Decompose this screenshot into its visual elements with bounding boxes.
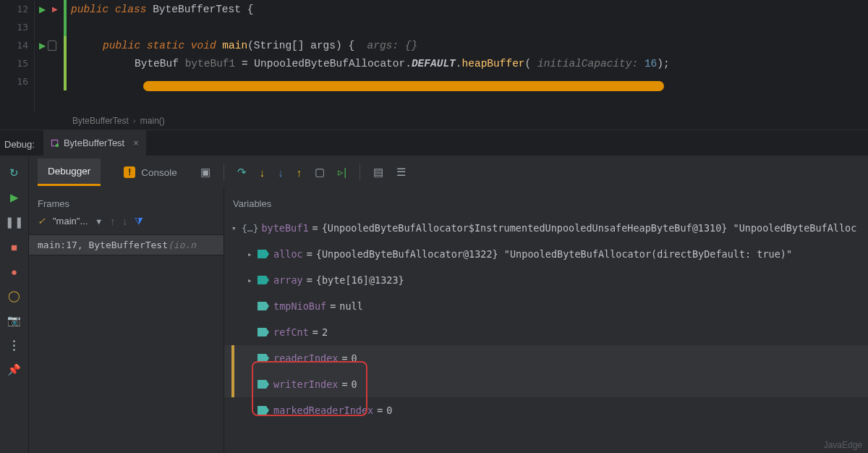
breadcrumb-item[interactable]: main() [140,116,165,126]
field-icon [258,250,269,258]
watermark-text: JavaEdge [824,440,862,450]
rerun-icon[interactable]: ↻ [8,166,21,179]
pause-icon[interactable]: ❚❚ [8,216,21,229]
debug-session-tab[interactable]: ByteBufferTest × [43,130,146,156]
layout-settings-icon[interactable]: ▣ [200,166,210,179]
variable-row[interactable]: ▸ array={byte[16]@1323} [224,267,868,293]
line-number-gutter: 12 13 14 15 16 [0,0,35,112]
breadcrumb[interactable]: ByteBufferTest › main() [0,112,868,130]
close-tab-icon[interactable]: × [133,137,139,148]
run-to-cursor-icon[interactable]: ▹| [338,166,346,179]
thread-status-icon: ✓ [38,216,46,226]
debug-toolwindow-tabs: Debug: ByteBufferTest × [0,130,868,156]
field-icon [258,406,269,415]
more-actions-icon[interactable] [8,339,21,352]
step-into-icon[interactable]: ↓ [260,166,265,179]
mute-breakpoints-icon[interactable]: ◯ [8,289,21,302]
thread-selector[interactable]: "main"... [53,216,88,226]
variables-title: Variables [224,192,868,215]
camera-icon[interactable]: 📷 [8,314,21,327]
field-icon [258,380,269,389]
variable-row[interactable]: writerIndex=0 [224,371,868,397]
variable-row[interactable]: ▾ {…} byteBuf1={UnpooledByteBufAllocator… [224,215,868,241]
variables-panel: Variables ▾ {…} byteBuf1={UnpooledByteBu… [224,188,868,453]
view-breakpoints-icon[interactable]: ● [8,265,21,278]
console-warning-icon: ! [124,166,135,178]
next-frame-icon[interactable]: ↓ [122,216,127,227]
highlight-pipe [231,371,234,397]
debug-action-sidebar: ↻ ▶ ❚❚ ■ ● ◯ 📷 📌 [0,156,29,453]
gutter-icons: ▶▶ ▶ [35,0,64,112]
highlight-pipe [231,345,234,371]
run-gutter-icon[interactable]: ▶ [39,4,46,14]
chevron-right-icon[interactable]: ▸ [247,276,258,285]
chevron-down-icon[interactable]: ▾ [231,224,242,233]
resume-icon[interactable]: ▶ [8,191,21,204]
variable-row[interactable]: readerIndex=0 [224,345,868,371]
debug-label: Debug: [0,139,43,156]
drop-frame-icon[interactable]: ▢ [315,166,325,179]
line-number: 14 [0,36,34,54]
method-marker-icon[interactable] [48,41,56,51]
step-over-icon[interactable]: ↷ [237,166,247,179]
line-number: 16 [0,72,34,90]
frames-title: Frames [29,192,224,215]
console-tab[interactable]: ! Console [114,159,187,185]
stop-icon[interactable]: ■ [8,240,21,253]
bookmark-icon[interactable]: ▶ [52,5,58,13]
execution-point-highlight [143,81,664,91]
code-editor[interactable]: 12 13 14 15 16 ▶▶ ▶ public class ByteBuf… [0,0,868,112]
step-out-icon[interactable]: ↑ [297,166,302,179]
pin-icon[interactable]: 📌 [8,363,21,376]
line-number: 13 [0,18,34,36]
object-icon: {…} [242,223,258,234]
thread-dropdown-icon[interactable]: ▼ [95,217,103,226]
debugger-tab[interactable]: Debugger [38,158,101,186]
chevron-right-icon[interactable]: ▸ [247,250,258,259]
svg-point-1 [56,143,59,147]
prev-frame-icon[interactable]: ↑ [110,216,115,227]
trace-icon[interactable]: ☰ [396,166,406,179]
filter-frames-icon[interactable]: ⧩ [135,215,143,227]
variable-row[interactable]: markedReaderIndex=0 [224,397,868,423]
line-number: 12 [0,0,34,18]
variable-row[interactable]: ▸ alloc={UnpooledByteBufAllocator@1322} … [224,241,868,267]
frames-panel: Frames ✓ "main"... ▼ ↑ ↓ ⧩ main:17, Byte… [29,188,224,453]
evaluate-expression-icon[interactable]: ▤ [373,166,383,179]
variable-row[interactable]: refCnt=2 [224,319,868,345]
stack-frame-row[interactable]: main:17, ByteBufferTest (io.n [29,235,224,255]
breadcrumb-separator: › [133,116,136,126]
code-area[interactable]: public class ByteBufferTest { public sta… [64,0,868,112]
run-gutter-icon[interactable]: ▶ [39,41,46,51]
run-config-icon [51,139,59,148]
field-icon [258,328,269,336]
field-icon [258,276,269,284]
variable-row[interactable]: tmpNioBuf=null [224,293,868,319]
line-number: 15 [0,54,34,72]
force-step-into-icon[interactable]: ↓ [278,166,284,179]
field-icon [258,302,269,310]
breadcrumb-item[interactable]: ByteBufferTest [72,116,129,126]
debug-toolstrip: Debugger ! Console ▣ ↷ ↓ ↓ ↑ ▢ ▹| ▤ ☰ [29,156,868,188]
field-icon [258,354,269,363]
